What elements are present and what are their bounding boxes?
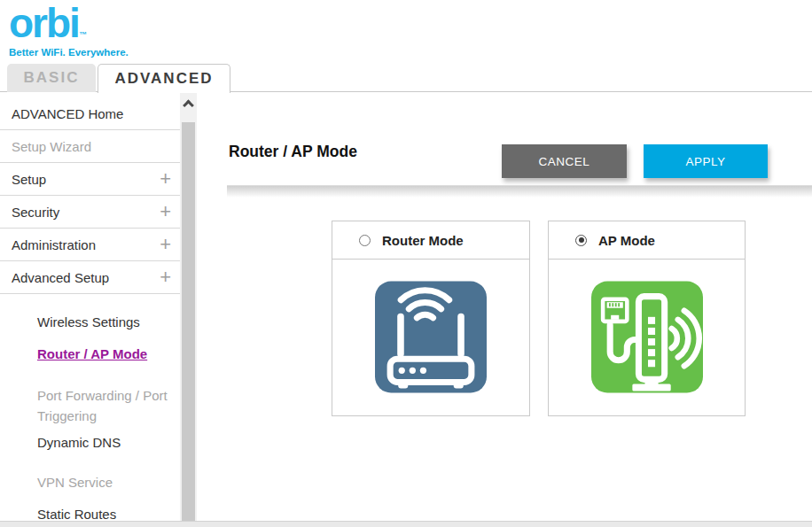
expand-plus-icon[interactable]: +	[160, 200, 171, 223]
expand-plus-icon[interactable]: +	[160, 167, 171, 190]
cancel-button[interactable]: CANCEL	[502, 144, 627, 178]
scrollbar-up-button[interactable]	[180, 92, 197, 115]
sidebar-item-router-ap-mode[interactable]: Router / AP Mode	[37, 337, 175, 369]
trademark-mark: ™	[79, 30, 87, 39]
sidebar-item-security[interactable]: Security+	[0, 196, 180, 229]
sidebar-item-dynamic-dns[interactable]: Dynamic DNS	[37, 426, 175, 458]
brand-tagline: Better WiFi. Everywhere.	[9, 47, 129, 58]
tab-basic[interactable]: BASIC	[7, 64, 96, 92]
tab-bar: BASIC ADVANCED	[0, 64, 812, 92]
ap-mode-label: AP Mode	[598, 233, 655, 248]
tab-advanced[interactable]: ADVANCED	[98, 64, 230, 93]
router-mode-card: Router Mode	[332, 221, 530, 416]
router-mode-icon	[332, 281, 529, 393]
router-mode-label: Router Mode	[382, 233, 464, 248]
page-title: Router / AP Mode	[229, 143, 357, 161]
sidebar-item-port-forwarding[interactable]: Port Forwarding / Port Triggering	[37, 385, 175, 426]
scrollbar-thumb[interactable]	[182, 122, 195, 521]
expand-plus-icon[interactable]: +	[160, 233, 171, 256]
sidebar-item-label: Setup Wizard	[12, 139, 91, 154]
sidebar-item-label: Advanced Setup	[12, 270, 109, 285]
sidebar-nav: ADVANCED Home Setup Wizard Setup+ Securi…	[0, 92, 180, 521]
ap-mode-icon	[549, 281, 745, 393]
sidebar-item-label: Security	[12, 205, 59, 220]
sidebar-item-advanced-home[interactable]: ADVANCED Home	[0, 97, 180, 130]
expand-plus-icon[interactable]: +	[160, 266, 171, 289]
bottom-strip	[0, 521, 812, 527]
sidebar-sub-list: Wireless Settings Router / AP Mode Port …	[0, 294, 180, 527]
ap-mode-radio[interactable]	[575, 235, 587, 246]
apply-button[interactable]: APPLY	[644, 144, 768, 178]
sidebar-item-setup-wizard[interactable]: Setup Wizard	[0, 130, 180, 163]
sidebar-item-setup[interactable]: Setup+	[0, 163, 180, 196]
sidebar-item-label: ADVANCED Home	[12, 106, 123, 121]
sidebar-scrollbar[interactable]	[180, 92, 197, 521]
header-divider-shadow	[227, 186, 812, 198]
logo-text: orbi	[9, 0, 79, 46]
ap-mode-card: AP Mode	[548, 221, 746, 416]
sidebar-item-administration[interactable]: Administration+	[0, 229, 180, 261]
sidebar-item-advanced-setup[interactable]: Advanced Setup+	[0, 261, 180, 294]
router-mode-radio[interactable]	[359, 235, 371, 246]
sidebar-item-wireless-settings[interactable]: Wireless Settings	[37, 306, 175, 337]
sidebar-item-label: Setup	[12, 172, 46, 187]
sidebar-item-label: Administration	[12, 237, 96, 252]
sidebar-item-vpn-service[interactable]: VPN Service	[37, 466, 175, 498]
chevron-up-icon	[183, 99, 194, 111]
ap-mode-option[interactable]: AP Mode	[549, 221, 745, 260]
sidebar-main-list: ADVANCED Home Setup Wizard Setup+ Securi…	[0, 92, 180, 294]
router-mode-option[interactable]: Router Mode	[332, 221, 529, 260]
